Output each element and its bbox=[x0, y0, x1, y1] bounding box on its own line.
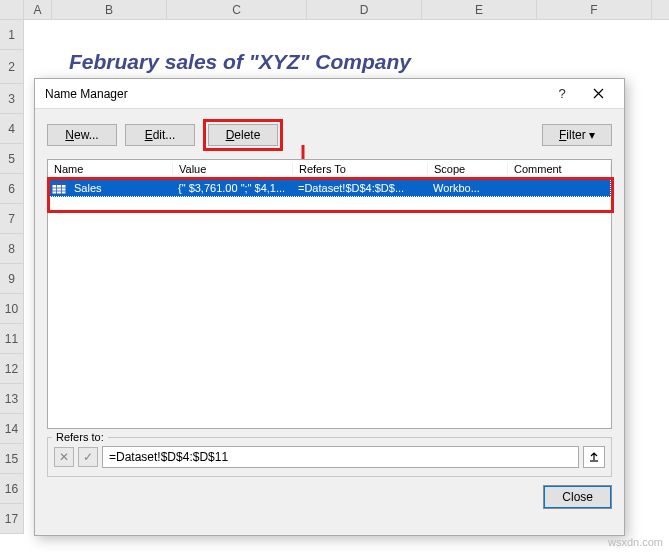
chevron-down-icon: ▾ bbox=[589, 128, 595, 142]
select-all-corner[interactable] bbox=[0, 0, 24, 19]
svg-rect-3 bbox=[52, 182, 66, 185]
row-header[interactable]: 5 bbox=[0, 144, 24, 174]
column-header[interactable]: E bbox=[422, 0, 537, 19]
row-header[interactable]: 16 bbox=[0, 474, 24, 504]
dialog-toolbar: New... Edit... Delete Filter ▾ bbox=[35, 109, 624, 159]
row-header[interactable]: 1 bbox=[0, 20, 24, 50]
row-header[interactable]: 15 bbox=[0, 444, 24, 474]
refers-to-label: Refers to: bbox=[52, 431, 108, 443]
row-header[interactable]: 13 bbox=[0, 384, 24, 414]
filter-button[interactable]: Filter ▾ bbox=[542, 124, 612, 146]
column-header[interactable]: C bbox=[167, 0, 307, 19]
col-comment[interactable]: Comment bbox=[508, 163, 611, 175]
watermark: wsxdn.com bbox=[608, 536, 663, 548]
col-name[interactable]: Name bbox=[48, 163, 173, 175]
cell-value: {" $3,761.00 ";" $4,1... bbox=[174, 182, 294, 194]
column-headers: ABCDEF bbox=[0, 0, 669, 20]
row-header[interactable]: 4 bbox=[0, 114, 24, 144]
help-button[interactable]: ? bbox=[544, 80, 580, 108]
column-header[interactable]: A bbox=[24, 0, 52, 19]
list-header[interactable]: Name Value Refers To Scope Comment bbox=[47, 159, 612, 179]
cell-refers: =Dataset!$D$4:$D$... bbox=[294, 182, 429, 194]
column-header[interactable]: F bbox=[537, 0, 652, 19]
column-header[interactable]: D bbox=[307, 0, 422, 19]
dialog-footer: Close bbox=[35, 485, 624, 519]
confirm-edit-icon[interactable]: ✓ bbox=[78, 447, 98, 467]
row-header[interactable]: 8 bbox=[0, 234, 24, 264]
row-header[interactable]: 9 bbox=[0, 264, 24, 294]
cancel-edit-icon[interactable]: ✕ bbox=[54, 447, 74, 467]
row-header[interactable]: 11 bbox=[0, 324, 24, 354]
cell-name: Sales bbox=[70, 182, 174, 194]
row-header[interactable]: 17 bbox=[0, 504, 24, 534]
new-button[interactable]: New... bbox=[47, 124, 117, 146]
edit-button[interactable]: Edit... bbox=[125, 124, 195, 146]
delete-button[interactable]: Delete bbox=[208, 124, 278, 146]
row-header[interactable]: 10 bbox=[0, 294, 24, 324]
row-header[interactable]: 12 bbox=[0, 354, 24, 384]
row-header[interactable]: 14 bbox=[0, 414, 24, 444]
refers-to-input[interactable] bbox=[102, 446, 579, 468]
column-header[interactable]: B bbox=[52, 0, 167, 19]
col-scope[interactable]: Scope bbox=[428, 163, 508, 175]
refers-to-group: Refers to: ✕ ✓ bbox=[47, 437, 612, 477]
table-row[interactable]: Sales {" $3,761.00 ";" $4,1... =Dataset!… bbox=[48, 179, 611, 197]
row-header[interactable]: 7 bbox=[0, 204, 24, 234]
row-header[interactable]: 2 bbox=[0, 50, 24, 84]
name-manager-dialog: Name Manager ? New... Edit... Delete Fil… bbox=[34, 78, 625, 536]
close-icon[interactable] bbox=[580, 80, 616, 108]
row-header[interactable]: 6 bbox=[0, 174, 24, 204]
sheet-title: February sales of "XYZ" Company bbox=[69, 50, 411, 74]
close-button[interactable]: Close bbox=[543, 485, 612, 509]
table-icon bbox=[51, 181, 67, 195]
cell-scope: Workbo... bbox=[429, 182, 509, 194]
names-list: Name Value Refers To Scope Comment Sales… bbox=[47, 159, 612, 429]
row-header[interactable]: 3 bbox=[0, 84, 24, 114]
list-body[interactable]: Sales {" $3,761.00 ";" $4,1... =Dataset!… bbox=[47, 179, 612, 429]
dialog-titlebar[interactable]: Name Manager ? bbox=[35, 79, 624, 109]
row-headers: 1234567891011121314151617 bbox=[0, 20, 24, 534]
collapse-dialog-icon[interactable] bbox=[583, 446, 605, 468]
col-refers[interactable]: Refers To bbox=[293, 163, 428, 175]
col-value[interactable]: Value bbox=[173, 163, 293, 175]
dialog-title: Name Manager bbox=[45, 87, 544, 101]
delete-highlight: Delete bbox=[203, 119, 283, 151]
